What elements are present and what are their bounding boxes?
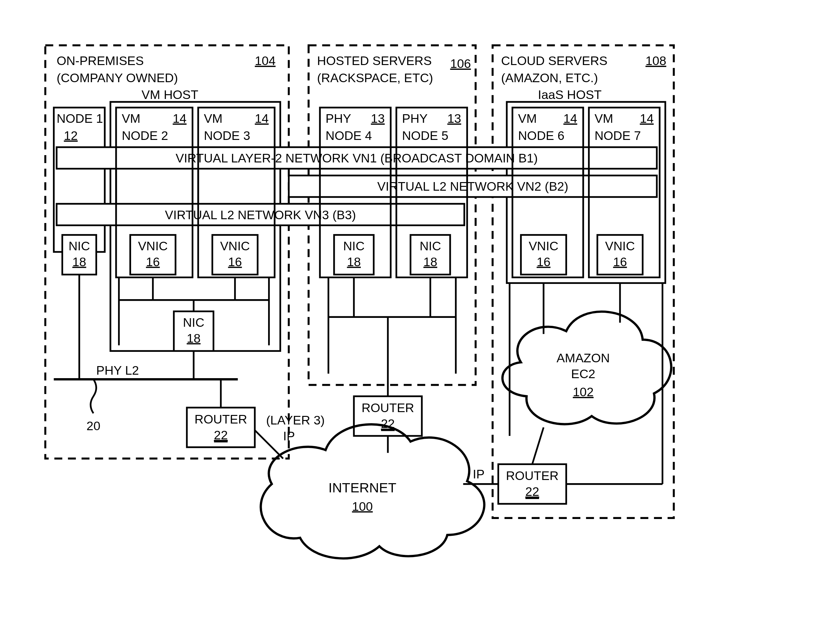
hosted-ref: 106	[450, 56, 471, 71]
node-3-line1: VM	[204, 111, 222, 125]
vn1-label: VIRTUAL LAYER-2 NETWORK VN1 (BROADCAST D…	[176, 151, 538, 165]
onprem-title-2: (COMPANY OWNED)	[56, 71, 178, 85]
onprem-ref: 104	[255, 54, 276, 67]
nic-node1-label: NIC	[69, 239, 90, 253]
node-7-line2: NODE 7	[595, 128, 641, 143]
router-cloud-ref: 22	[526, 485, 539, 498]
ec2-line2: EC2	[571, 367, 595, 381]
node-5-line1: PHY	[402, 111, 428, 125]
node-2-line1: VM	[122, 111, 141, 125]
phy-l2-label: PHY L2	[96, 363, 139, 377]
router-onprem-label: ROUTER	[194, 412, 247, 426]
router-hosted-label: ROUTER	[361, 401, 414, 415]
hosted-title-1: HOSTED SERVERS	[317, 54, 432, 67]
vnic-node6-ref: 16	[537, 255, 550, 269]
squiggle-icon	[91, 380, 97, 413]
vn3-label: VIRTUAL L2 NETWORK VN3 (B3)	[165, 208, 356, 222]
internet-ref: 100	[352, 499, 373, 513]
node-6-ref: 14	[564, 111, 577, 125]
node-6-line1: VM	[518, 111, 537, 125]
vnic-node3-label: VNIC	[220, 239, 250, 253]
ip-label-1: IP	[283, 429, 295, 443]
internet-label: INTERNET	[329, 480, 396, 495]
vn2-label: VIRTUAL L2 NETWORK VN2 (B2)	[377, 179, 568, 193]
svg-line-24	[255, 430, 283, 458]
nic-node5-ref: 18	[423, 255, 437, 269]
ec2-ref: 102	[573, 385, 594, 399]
node-6-line2: NODE 6	[518, 128, 565, 143]
cloud-title-1: CLOUD SERVERS	[501, 54, 607, 67]
cloud-ref: 108	[646, 54, 666, 67]
vnic-node7-ref: 16	[613, 255, 627, 269]
node-4-ref: 13	[371, 111, 385, 125]
vnic-node7-label: VNIC	[605, 239, 635, 253]
nic-node4-label: NIC	[343, 239, 365, 253]
vnic-node2-label: VNIC	[138, 239, 168, 253]
onprem-title-1: ON-PREMISES	[56, 54, 144, 67]
node-3-ref: 14	[255, 111, 269, 125]
diagram-canvas: .box { fill:#fff; stroke:#000; stroke-wi…	[0, 0, 838, 575]
nic-node4-ref: 18	[347, 255, 361, 269]
cloud-title-2: (AMAZON, ETC.)	[501, 71, 598, 85]
node-4-line1: PHY	[325, 111, 351, 125]
iaas-host-label: IaaS HOST	[538, 87, 601, 102]
router-cloud-label: ROUTER	[506, 468, 559, 483]
vm-host-label: VM HOST	[141, 87, 198, 102]
layer3-label: (LAYER 3)	[266, 413, 325, 427]
hosted-title-2: (RACKSPACE, ETC)	[317, 71, 433, 85]
router-onprem-ref: 22	[214, 428, 228, 442]
node-7-ref: 14	[640, 111, 654, 125]
vnic-node6-label: VNIC	[529, 239, 559, 253]
ip-label-2: IP	[473, 467, 485, 481]
node-3-line2: NODE 3	[204, 128, 250, 143]
node-2-line2: NODE 2	[122, 128, 168, 143]
node-1-ref: 12	[64, 128, 78, 143]
ref-20: 20	[87, 419, 100, 433]
node-1-label: NODE 1	[56, 111, 103, 125]
nic-vmhost-label: NIC	[183, 315, 204, 329]
nic-node1-ref: 18	[72, 255, 86, 269]
node-1	[54, 108, 105, 252]
node-5-line2: NODE 5	[402, 128, 449, 143]
node-5-ref: 13	[447, 111, 462, 125]
vnic-node2-ref: 16	[146, 255, 160, 269]
nic-vmhost-ref: 18	[187, 331, 200, 345]
node-2-ref: 14	[173, 111, 187, 125]
node-7-line1: VM	[595, 111, 613, 125]
nic-node5-label: NIC	[419, 239, 441, 253]
vnic-node3-ref: 16	[228, 255, 242, 269]
ec2-line1: AMAZON	[557, 351, 610, 365]
node-4-line2: NODE 4	[325, 128, 372, 143]
